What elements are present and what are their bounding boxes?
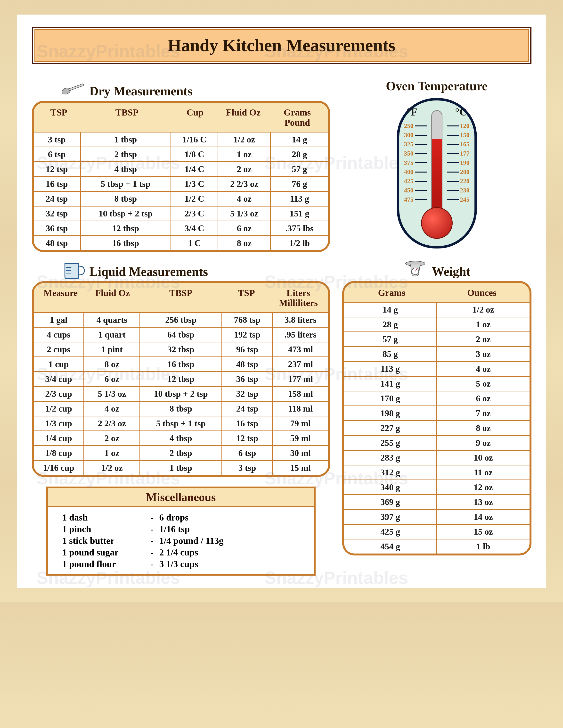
table-cell: 1 oz bbox=[84, 446, 140, 460]
table-cell: 237 ml bbox=[273, 357, 328, 371]
table-row: 3 tsp1 tbsp1/16 C1/2 oz14 g bbox=[34, 132, 328, 147]
table-cell: 14 g bbox=[271, 132, 328, 147]
spoon-icon bbox=[58, 75, 88, 102]
misc-cell: 3 1/3 cups bbox=[159, 559, 299, 569]
table-cell: 13 oz bbox=[437, 495, 530, 509]
column-header: Fluid Oz bbox=[85, 288, 140, 308]
table-cell: 8 oz bbox=[437, 421, 530, 435]
table-row: 369 g13 oz bbox=[344, 494, 530, 509]
table-cell: 5 tbsp + 1 tsp bbox=[140, 416, 222, 430]
table-cell: 2 2/3 oz bbox=[218, 177, 271, 191]
title-bar: Handy Kitchen Measurements bbox=[32, 27, 531, 64]
table-cell: 1 pint bbox=[84, 342, 140, 356]
misc-row: 1 pound flour-3 1/3 cups bbox=[62, 558, 299, 570]
table-cell: 198 g bbox=[344, 406, 437, 420]
table-row: 312 g11 oz bbox=[344, 465, 530, 480]
column-header: TSP bbox=[36, 108, 82, 128]
table-cell: 32 tsp bbox=[222, 387, 273, 401]
thermo-tick-f: 450 bbox=[404, 187, 427, 194]
table-cell: 151 g bbox=[271, 207, 328, 221]
table-cell: 15 oz bbox=[437, 525, 530, 539]
table-cell: 425 g bbox=[344, 525, 437, 539]
table-cell: 12 tsp bbox=[222, 431, 273, 445]
page: SnazzyPrintables SnazzyPrintables Snazzy… bbox=[17, 15, 546, 588]
table-cell: 1 quart bbox=[84, 328, 140, 342]
table-row: 4 cups1 quart64 tbsp192 tsp.95 liters bbox=[34, 327, 328, 342]
table-cell: 32 tbsp bbox=[140, 342, 222, 356]
oven-section-title: Oven Temperature bbox=[342, 79, 531, 93]
thermo-tick-c: 165 bbox=[447, 141, 470, 148]
table-cell: 59 ml bbox=[273, 431, 328, 445]
table-row: 12 tsp4 tbsp1/4 C2 oz57 g bbox=[34, 161, 328, 176]
table-cell: 8 tbsp bbox=[81, 192, 171, 206]
table-cell: 3 tsp bbox=[34, 132, 81, 147]
table-cell: 3.8 liters bbox=[273, 313, 328, 327]
table-cell: 118 ml bbox=[273, 402, 328, 416]
table-cell: 4 oz bbox=[437, 362, 530, 376]
misc-cell: 6 drops bbox=[159, 512, 299, 523]
table-cell: 28 g bbox=[344, 317, 437, 331]
table-cell: 192 tsp bbox=[222, 328, 273, 342]
table-cell: 1 lb bbox=[437, 539, 530, 554]
table-cell: 2 tbsp bbox=[140, 446, 222, 460]
svg-rect-1 bbox=[68, 83, 84, 91]
table-row: 141 g5 oz bbox=[344, 376, 530, 391]
table-row: 1/16 cup1/2 oz1 tbsp3 tsp15 ml bbox=[34, 460, 328, 475]
table-cell: 9 oz bbox=[437, 436, 530, 450]
weight-section-title: Weight bbox=[342, 259, 531, 279]
table-cell: 170 g bbox=[344, 391, 437, 405]
column-header: Ounces bbox=[437, 288, 527, 298]
table-cell: 1/4 C bbox=[171, 162, 218, 176]
table-cell: 1 tbsp bbox=[81, 132, 171, 147]
dry-title: Dry Measurements bbox=[90, 84, 193, 98]
table-cell: 16 tsp bbox=[34, 177, 81, 191]
table-row: 6 tsp2 tbsp1/8 C1 oz28 g bbox=[34, 147, 328, 161]
table-row: 198 g7 oz bbox=[344, 405, 530, 420]
table-cell: 24 tsp bbox=[222, 402, 273, 416]
table-cell: 2/3 C bbox=[171, 207, 218, 221]
table-cell: 3 tsp bbox=[222, 461, 273, 475]
table-cell: 14 g bbox=[344, 303, 437, 317]
thermo-tick-c: 230 bbox=[447, 187, 470, 194]
misc-cell: 2 1/4 cups bbox=[159, 547, 299, 558]
table-cell: 12 oz bbox=[437, 480, 530, 494]
table-cell: 2 oz bbox=[218, 162, 271, 176]
table-cell: 16 tbsp bbox=[140, 357, 222, 371]
table-cell: 79 ml bbox=[273, 416, 328, 430]
table-cell: 1 gal bbox=[34, 313, 84, 327]
thermo-tick-c: 220 bbox=[447, 178, 470, 185]
table-cell: 4 quarts bbox=[84, 313, 140, 327]
table-row: 1/4 cup2 oz4 tbsp12 tsp59 ml bbox=[34, 430, 328, 445]
table-row: 170 g6 oz bbox=[344, 391, 530, 405]
table-cell: 255 g bbox=[344, 436, 437, 450]
misc-cell: 1 stick butter bbox=[62, 535, 145, 546]
thermo-tick-f: 300 bbox=[404, 132, 427, 139]
table-row: 255 g9 oz bbox=[344, 435, 530, 450]
celsius-label: °C bbox=[455, 106, 467, 118]
table-cell: 28 g bbox=[271, 147, 328, 161]
table-row: 16 tsp5 tbsp + 1 tsp1/3 C2 2/3 oz76 g bbox=[34, 176, 328, 191]
thermo-tick-c: 150 bbox=[447, 132, 470, 139]
table-cell: 14 oz bbox=[437, 510, 530, 524]
table-cell: 1/4 cup bbox=[34, 431, 84, 445]
table-cell: 2 tbsp bbox=[81, 147, 171, 161]
table-cell: 312 g bbox=[344, 465, 437, 480]
table-cell: 283 g bbox=[344, 451, 437, 465]
thermo-tick-f: 250 bbox=[404, 122, 427, 130]
table-row: 1/2 cup4 oz8 tbsp24 tsp118 ml bbox=[34, 401, 328, 416]
table-cell: 3 oz bbox=[437, 347, 530, 361]
thermo-tick-f: 375 bbox=[404, 159, 427, 166]
table-row: 425 g15 oz bbox=[344, 524, 530, 539]
table-cell: 2/3 cup bbox=[34, 387, 84, 401]
thermo-tick-f: 425 bbox=[404, 178, 427, 185]
misc-cell: 1 pound flour bbox=[62, 559, 145, 569]
table-cell: 6 oz bbox=[437, 391, 530, 405]
misc-cell: - bbox=[145, 547, 159, 558]
table-cell: 1/3 cup bbox=[34, 416, 84, 430]
thermometer: °F = °C 25012030015032516535017737519040… bbox=[342, 98, 531, 249]
table-cell: 6 oz bbox=[218, 221, 271, 235]
column-header: Measure bbox=[36, 288, 85, 308]
misc-cell: - bbox=[145, 524, 159, 534]
table-cell: 8 tbsp bbox=[140, 402, 222, 416]
scale-icon bbox=[403, 259, 427, 279]
